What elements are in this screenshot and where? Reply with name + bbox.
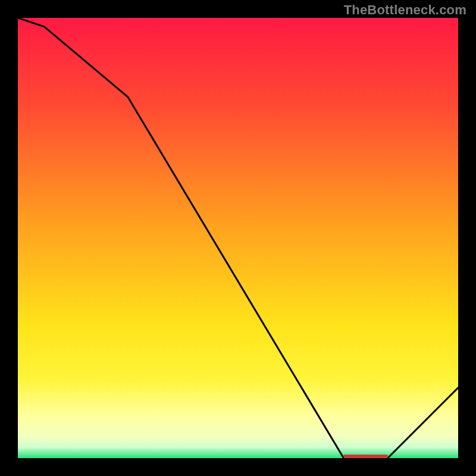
- baseline-marker: [344, 455, 388, 458]
- gradient-fill: [18, 18, 458, 458]
- chart-svg: [18, 18, 458, 458]
- watermark-text: TheBottleneck.com: [344, 2, 466, 18]
- chart-canvas: TheBottleneck.com: [0, 0, 476, 476]
- plot-area: [18, 18, 458, 458]
